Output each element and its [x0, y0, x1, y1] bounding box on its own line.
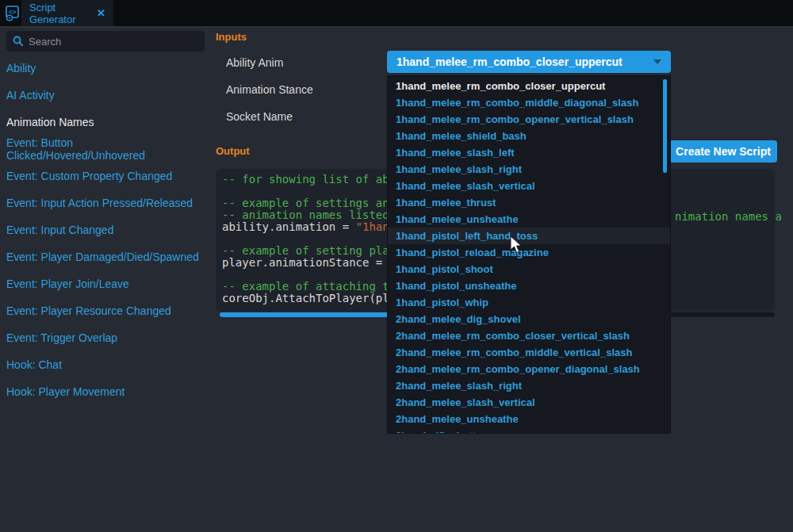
search-placeholder: Search — [29, 36, 61, 48]
dropdown-option[interactable]: 1hand_melee_slash_right — [388, 161, 670, 178]
sidebar-item[interactable]: Event: Player Damaged/Died/Spawned — [6, 243, 206, 270]
search-input[interactable]: Search — [6, 31, 205, 52]
sidebar-item[interactable]: Event: Custom Property Changed — [6, 163, 206, 189]
sidebar-item[interactable]: Event: Button Clicked/Hovered/Unhovered — [6, 136, 206, 163]
dropdown-option[interactable]: 1hand_melee_rm_combo_middle_diagonal_sla… — [388, 94, 670, 111]
dropdown-option[interactable]: 1hand_melee_shield_bash — [388, 128, 670, 144]
chevron-down-icon — [653, 59, 661, 64]
sidebar-item[interactable]: AI Activity — [6, 82, 206, 109]
dropdown-option[interactable]: 2hand_melee_slash_vertical — [388, 394, 670, 411]
dropdown-option[interactable]: 2hand_melee_rm_combo_middle_vertical_sla… — [388, 344, 670, 361]
dropdown-selected-value: 1hand_melee_rm_combo_closer_uppercut — [396, 55, 653, 68]
field-label-socket-name: Socket Name — [226, 110, 293, 123]
sidebar-item[interactable]: Event: Player Join/Leave — [6, 270, 206, 297]
dropdown-option[interactable]: 1hand_pistol_reload_magazine — [388, 244, 670, 261]
inputs-header: Inputs — [216, 31, 247, 43]
dropdown-option[interactable]: 1hand_melee_rm_combo_closer_uppercut — [388, 78, 670, 94]
sidebar-list: AbilityAI ActivityAnimation NamesEvent: … — [6, 55, 206, 405]
output-header: Output — [216, 145, 250, 157]
dropdown-option[interactable]: 1hand_melee_rm_combo_opener_vertical_sla… — [388, 111, 670, 128]
tab-title: Script Generator — [29, 2, 91, 25]
sidebar-item[interactable]: Ability — [6, 55, 206, 82]
dropdown-option[interactable]: 2hand_melee_rm_combo_opener_diagonal_sla… — [388, 361, 670, 377]
sidebar-item[interactable]: Event: Input Action Pressed/Released — [6, 189, 206, 216]
sidebar-item[interactable]: Event: Input Changed — [6, 216, 206, 243]
dropdown-option[interactable]: 2hand_melee_slash_right — [388, 377, 670, 394]
search-icon — [13, 36, 24, 47]
dropdown-option[interactable]: 2hand_melee_rm_combo_closer_vertical_sla… — [388, 327, 670, 344]
tab-script-generator[interactable]: Script Generator ✕ — [21, 0, 113, 26]
dropdown-scrollbar-thumb[interactable] — [663, 79, 667, 173]
sidebar-item[interactable]: Animation Names — [6, 109, 206, 136]
code-overflow-fragment: nimation names a — [675, 210, 782, 223]
create-new-script-button[interactable]: Create New Script — [669, 140, 777, 163]
dropdown-option[interactable]: 1hand_pistol_whip — [388, 294, 670, 311]
dropdown-option[interactable]: 1hand_pistol_shoot — [388, 261, 670, 277]
sidebar-item[interactable]: Hook: Chat — [6, 351, 206, 378]
sidebar-item[interactable]: Hook: Player Movement — [6, 378, 206, 405]
dropdown-option[interactable]: 1hand_melee_thrust — [388, 194, 670, 211]
ability-anim-dropdown[interactable]: 1hand_melee_rm_combo_closer_uppercut — [387, 51, 671, 73]
field-label-animation-stance: Animation Stance — [226, 83, 313, 96]
sidebar-item[interactable]: Event: Player Resource Changed — [6, 297, 206, 324]
dropdown-option[interactable]: 1hand_melee_slash_left — [388, 144, 670, 161]
script-generator-icon: <> — [5, 6, 21, 21]
dropdown-option[interactable]: 2hand_rifle_butt — [388, 427, 670, 434]
field-label-ability-anim: Ability Anim — [226, 56, 283, 69]
dropdown-option[interactable]: 1hand_pistol_unsheathe — [388, 277, 670, 294]
tab-close-icon[interactable]: ✕ — [97, 7, 105, 19]
dropdown-option[interactable]: 2hand_melee_dig_shovel — [388, 311, 670, 327]
dropdown-option[interactable]: 2hand_melee_unsheathe — [388, 411, 670, 427]
mouse-cursor — [510, 235, 523, 255]
dropdown-option[interactable]: 1hand_pistol_left_hand_toss — [388, 228, 670, 244]
tab-bar: <> Script Generator ✕ — [0, 0, 793, 28]
sidebar-item[interactable]: Event: Trigger Overlap — [6, 324, 206, 351]
dropdown-option[interactable]: 1hand_melee_unsheathe — [388, 211, 670, 228]
dropdown-list: 1hand_melee_rm_combo_closer_uppercut1han… — [387, 75, 671, 434]
dropdown-option[interactable]: 1hand_melee_slash_vertical — [388, 178, 670, 194]
